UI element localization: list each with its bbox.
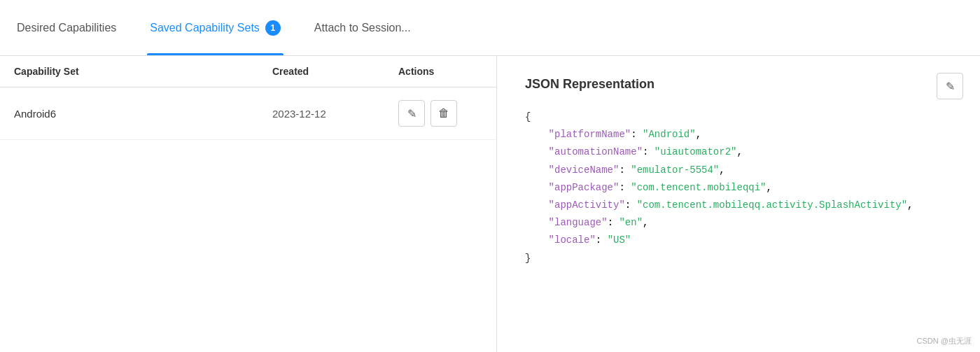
json-value-locale: "US" <box>608 234 631 246</box>
tab-saved-capability-sets-label: Saved Capability Sets <box>150 22 260 34</box>
col-header-actions: Actions <box>398 66 482 77</box>
edit-json-button[interactable]: ✎ <box>937 73 963 99</box>
row-capability-set-name: Android6 <box>14 108 272 120</box>
json-value-app-activity: "com.tencent.mobileqq.activity.SplashAct… <box>637 199 907 211</box>
json-line-automation-name: "automationName": "uiautomator2", <box>525 146 743 157</box>
row-actions: ✎ 🗑 <box>398 100 482 127</box>
json-key-language: "language" <box>549 217 608 228</box>
saved-capability-sets-badge: 1 <box>265 20 281 36</box>
json-open-brace: { <box>525 111 531 122</box>
main-content: Capability Set Created Actions Android6 … <box>0 56 980 352</box>
json-content: { "platformName": "Android", "automation… <box>525 108 952 267</box>
json-key-app-package: "appPackage" <box>549 182 620 193</box>
json-value-device-name: "emulator-5554" <box>631 164 719 176</box>
col-header-created: Created <box>272 66 398 77</box>
tab-desired-capabilities[interactable]: Desired Capabilities <box>14 0 119 55</box>
delete-capability-set-button[interactable]: 🗑 <box>430 100 457 127</box>
tab-bar: Desired Capabilities Saved Capability Se… <box>0 0 980 56</box>
edit-icon: ✎ <box>407 107 416 120</box>
right-panel: JSON Representation { "platformName": "A… <box>497 56 980 352</box>
tab-saved-capability-sets[interactable]: Saved Capability Sets 1 <box>147 0 284 55</box>
table-header: Capability Set Created Actions <box>0 56 496 87</box>
json-line-app-activity: "appActivity": "com.tencent.mobileqq.act… <box>525 199 913 211</box>
row-created-date: 2023-12-12 <box>272 108 398 120</box>
edit-capability-set-button[interactable]: ✎ <box>398 100 425 127</box>
json-key-automation-name: "automationName" <box>549 146 643 157</box>
json-line-device-name: "deviceName": "emulator-5554", <box>525 164 725 176</box>
table-row: Android6 2023-12-12 ✎ 🗑 <box>0 87 496 140</box>
json-key-app-activity: "appActivity" <box>549 199 625 211</box>
trash-icon: 🗑 <box>438 107 449 120</box>
tab-attach-to-session-label: Attach to Session... <box>314 22 411 34</box>
json-value-automation-name: "uiautomator2" <box>654 146 737 157</box>
watermark: CSDN @虫无涯 <box>917 336 972 346</box>
json-line-locale: "locale": "US" <box>525 234 631 246</box>
json-value-platform-name: "Android" <box>643 129 696 140</box>
json-line-platform-name: "platformName": "Android", <box>525 129 701 140</box>
tab-desired-capabilities-label: Desired Capabilities <box>17 22 116 34</box>
json-close-brace: } <box>525 253 531 264</box>
json-value-app-package: "com.tencent.mobileqqi" <box>631 182 766 193</box>
json-key-device-name: "deviceName" <box>549 164 620 176</box>
json-line-language: "language": "en", <box>525 217 648 228</box>
json-value-language: "en" <box>619 217 643 228</box>
tab-attach-to-session[interactable]: Attach to Session... <box>312 0 414 55</box>
col-header-capability-set: Capability Set <box>14 66 272 77</box>
json-key-locale: "locale" <box>549 234 596 246</box>
json-key-platform-name: "platformName" <box>549 129 631 140</box>
edit-json-icon: ✎ <box>946 80 955 93</box>
json-representation-title: JSON Representation <box>525 77 952 92</box>
json-line-app-package: "appPackage": "com.tencent.mobileqqi", <box>525 182 772 193</box>
left-panel: Capability Set Created Actions Android6 … <box>0 56 497 352</box>
